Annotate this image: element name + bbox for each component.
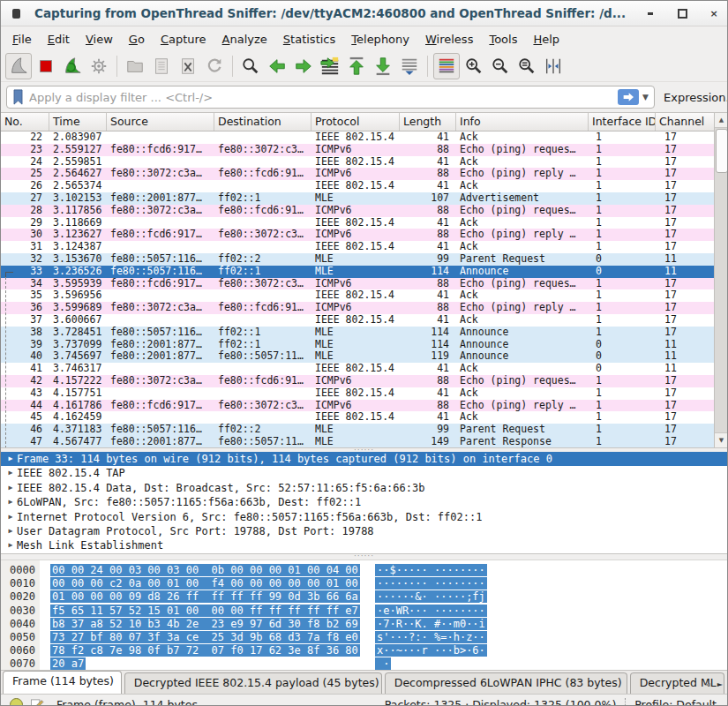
packet-row-30[interactable]: 303.123627fe80::fcd6:917…fe80::3072:c3…I… (1, 229, 716, 241)
packet-row-36[interactable]: 363.599689fe80::3072:c3a…fe80::fcd6:91…I… (1, 302, 716, 314)
packet-row-27[interactable]: 273.102153fe80::2001:877…ff02::1MLE107Ad… (1, 192, 716, 205)
zoom-out-icon[interactable] (488, 54, 513, 79)
packet-row-26[interactable]: 262.565374IEEE 802.15.441Ack117 (1, 180, 716, 192)
hex-row-0040[interactable]: 0040b8 37 a8 52 10 b3 4b 2e 23 e9 97 6d … (1, 618, 727, 631)
column-header-no-[interactable]: No. (1, 113, 49, 131)
pane-splitter-1[interactable]: ······ (1, 447, 727, 452)
packet-row-32[interactable]: 323.153670fe80::5057:116…ff02::2MLE99Par… (1, 253, 716, 266)
menu-help[interactable]: Help (525, 29, 567, 49)
packet-row-23[interactable]: 232.559127fe80::fcd6:917…fe80::3072:c3…I… (1, 144, 716, 156)
packet-row-41[interactable]: 413.746317IEEE 802.15.441Ack011 (1, 363, 716, 375)
scroll-down-icon[interactable]: ▼ (715, 432, 728, 447)
menu-tools[interactable]: Tools (481, 29, 525, 49)
packet-row-39[interactable]: 393.737099fe80::2001:877…ff02::1MLE114An… (1, 339, 716, 351)
column-header-length[interactable]: Length (400, 113, 456, 131)
menu-analyze[interactable]: Analyze (214, 29, 275, 49)
column-header-channel[interactable]: Channel (656, 113, 716, 131)
packet-row-22[interactable]: 222.083907IEEE 802.15.441Ack117 (1, 131, 716, 144)
restart-capture-icon[interactable] (60, 54, 85, 79)
expand-triangle-icon[interactable]: ▶ (1, 452, 17, 466)
menu-view[interactable]: View (78, 29, 121, 49)
packet-row-45[interactable]: 454.162459IEEE 802.15.441Ack117 (1, 411, 716, 424)
tab-scroll-left-icon[interactable]: ◄ (702, 679, 713, 690)
detail-line-3[interactable]: ▶6LoWPAN, Src: fe80::5057:1165:f56a:663b… (1, 495, 727, 509)
packet-row-38[interactable]: 383.728451fe80::5057:116…ff02::1MLE114An… (1, 327, 716, 339)
start-capture-icon[interactable] (5, 53, 32, 79)
first-packet-icon[interactable] (344, 54, 369, 79)
column-header-protocol[interactable]: Protocol (311, 113, 400, 131)
expand-triangle-icon[interactable]: ▶ (1, 524, 17, 538)
status-profile[interactable]: Profile: Default (634, 698, 717, 706)
filter-history-dropdown[interactable]: ▼ (642, 93, 649, 101)
packet-row-35[interactable]: 353.596956IEEE 802.15.441Ack117 (1, 289, 716, 302)
tab-scroll-right-icon[interactable]: ► (715, 679, 725, 690)
display-filter-input[interactable] (27, 90, 618, 105)
bookmark-icon[interactable] (12, 89, 24, 105)
capture-comment-icon[interactable] (30, 697, 44, 706)
minimize-button[interactable] (644, 7, 657, 19)
column-header-source[interactable]: Source (107, 113, 214, 131)
menu-edit[interactable]: Edit (40, 29, 78, 49)
expand-triangle-icon[interactable]: ▶ (1, 495, 17, 509)
maximize-button[interactable] (676, 7, 688, 19)
byte-view-tab-0[interactable]: Frame (114 bytes) (3, 671, 122, 694)
packet-row-29[interactable]: 293.118669IEEE 802.15.441Ack117 (1, 217, 716, 229)
hex-row-0020[interactable]: 002001 00 00 00 09 d8 26 ff ff ff ff 99 … (1, 590, 727, 604)
packet-row-33[interactable]: 333.236526fe80::5057:116…ff02::1MLE114An… (1, 266, 716, 278)
hex-row-0000[interactable]: 000000 00 24 00 03 00 03 00 0b 00 00 00 … (1, 564, 727, 577)
scrollbar-thumb[interactable] (716, 129, 728, 173)
packet-row-28[interactable]: 283.117856fe80::3072:c3a…fe80::fcd6:91…I… (1, 205, 716, 217)
packet-list-scrollbar[interactable]: ▲ ▼ (714, 113, 727, 447)
byte-view-tab-1[interactable]: Decrypted IEEE 802.15.4 payload (45 byte… (124, 672, 382, 694)
find-packet-icon[interactable] (238, 54, 263, 79)
detail-line-4[interactable]: ▶Internet Protocol Version 6, Src: fe80:… (1, 510, 727, 524)
hex-row-0050[interactable]: 005073 27 bf 80 07 3f 3a ce 25 3d 9b 68 … (1, 631, 727, 644)
colorize-icon[interactable] (433, 53, 460, 79)
expand-triangle-icon[interactable]: ▶ (1, 481, 17, 495)
auto-scroll-icon[interactable] (397, 54, 422, 79)
hex-row-0070[interactable]: 007020 a7 · (1, 657, 727, 670)
next-packet-icon[interactable] (291, 54, 316, 79)
packet-row-25[interactable]: 252.564627fe80::3072:c3a…fe80::fcd6:91…I… (1, 168, 716, 180)
packet-row-24[interactable]: 242.559851IEEE 802.15.441Ack117 (1, 156, 716, 169)
zoom-in-icon[interactable] (462, 54, 486, 79)
packet-row-37[interactable]: 373.600667IEEE 802.15.441Ack117 (1, 314, 716, 327)
column-header-time[interactable]: Time (49, 113, 107, 131)
hex-row-0030[interactable]: 0030f5 65 11 57 52 15 01 00 00 00 ff ff … (1, 605, 727, 618)
expand-triangle-icon[interactable]: ▶ (1, 538, 17, 552)
packet-row-42[interactable]: 424.157222fe80::3072:c3a…fe80::fcd6:91…I… (1, 375, 716, 387)
menu-statistics[interactable]: Statistics (275, 29, 343, 49)
packet-row-31[interactable]: 313.124387IEEE 802.15.441Ack117 (1, 241, 716, 253)
detail-line-5[interactable]: ▶User Datagram Protocol, Src Port: 19788… (1, 524, 727, 538)
menu-go[interactable]: Go (121, 29, 153, 49)
detail-line-2[interactable]: ▶IEEE 802.15.4 Data, Dst: Broadcast, Src… (1, 481, 727, 495)
menu-telephony[interactable]: Telephony (343, 29, 417, 49)
column-header-destination[interactable]: Destination (214, 113, 311, 131)
scroll-up-icon[interactable]: ▲ (715, 113, 728, 128)
display-filter-field[interactable]: ▼ (6, 86, 655, 109)
packet-row-43[interactable]: 434.157751IEEE 802.15.441Ack117 (1, 387, 716, 400)
packet-row-44[interactable]: 444.161786fe80::fcd6:917…fe80::3072:c3…I… (1, 400, 716, 412)
resize-columns-icon[interactable] (541, 54, 566, 79)
zoom-reset-icon[interactable] (514, 54, 539, 79)
expert-info-icon[interactable] (10, 698, 23, 706)
goto-packet-icon[interactable] (318, 54, 342, 79)
hex-row-0010[interactable]: 001000 00 00 c2 0a 00 01 00 f4 00 00 00 … (1, 577, 727, 590)
close-button[interactable]: × (708, 7, 720, 19)
capture-options-icon[interactable] (86, 54, 111, 79)
menu-wireless[interactable]: Wireless (417, 29, 481, 49)
menu-file[interactable]: File (4, 29, 40, 49)
apply-filter-button[interactable] (618, 89, 639, 105)
previous-packet-icon[interactable] (265, 54, 289, 79)
expression-button[interactable]: Expression... (664, 91, 728, 104)
last-packet-icon[interactable] (371, 54, 395, 79)
column-header-info[interactable]: Info (456, 113, 589, 131)
packet-row-46[interactable]: 464.371183fe80::5057:116…ff02::2MLE99Par… (1, 424, 716, 436)
column-header-interface-id[interactable]: Interface ID (589, 113, 656, 131)
pane-splitter-2[interactable]: ······ (1, 553, 727, 560)
packet-row-34[interactable]: 343.595939fe80::fcd6:917…fe80::3072:c3…I… (1, 278, 716, 290)
stop-capture-icon[interactable] (34, 54, 58, 79)
menu-capture[interactable]: Capture (153, 29, 214, 49)
hex-row-0060[interactable]: 006078 f2 c8 7e 98 0f b7 72 07 f0 17 62 … (1, 644, 727, 657)
byte-view-tab-2[interactable]: Decompressed 6LoWPAN IPHC (83 bytes) (385, 672, 627, 694)
